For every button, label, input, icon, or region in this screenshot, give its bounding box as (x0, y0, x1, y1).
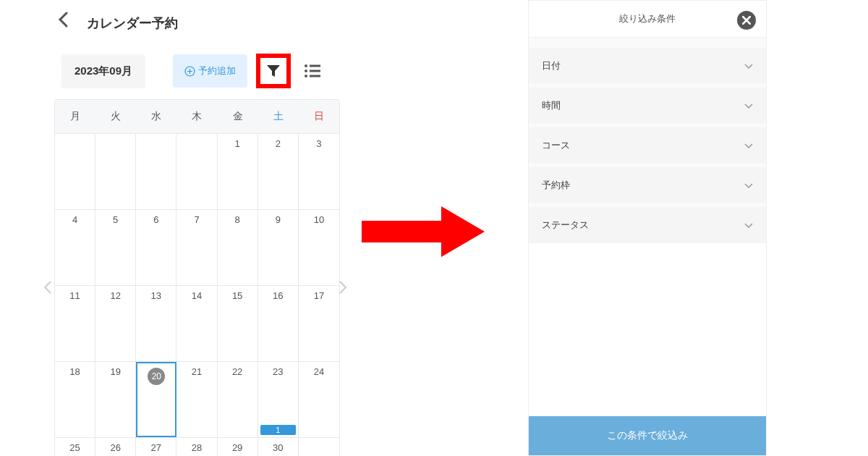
dow-label: 土 (258, 100, 299, 133)
filter-item[interactable]: 予約枠 (529, 167, 766, 204)
svg-point-5 (305, 75, 307, 77)
day-number: 3 (316, 138, 321, 149)
filter-item-label: ステータス (542, 219, 589, 232)
calendar-day-cell[interactable]: 29 (218, 438, 258, 456)
day-number: 8 (235, 214, 240, 225)
month-selector[interactable]: 2023年09月 (61, 54, 145, 88)
filter-item[interactable]: ステータス (529, 207, 766, 244)
dow-label: 水 (136, 100, 176, 133)
chevron-right-icon (339, 280, 347, 295)
calendar-day-cell[interactable]: 10 (299, 210, 339, 285)
calendar-day-cell[interactable]: 14 (176, 286, 217, 361)
day-number: 2 (276, 138, 281, 149)
chevron-down-icon (744, 220, 753, 231)
funnel-icon (266, 64, 281, 77)
calendar-day-cell (176, 134, 217, 209)
add-reservation-label: 予約追加 (198, 64, 236, 77)
calendar-day-cell[interactable]: 1 (218, 134, 258, 209)
filter-panel: 絞り込み条件 日付時間コース予約枠ステータス この条件で絞込み (528, 0, 767, 456)
svg-point-3 (305, 69, 307, 72)
calendar-day-cell[interactable]: 3 (299, 134, 339, 209)
filter-item[interactable]: 時間 (529, 88, 766, 124)
calendar-day-cell[interactable]: 20 (136, 362, 176, 437)
calendar-day-cell[interactable]: 9 (258, 210, 299, 285)
calendar-grid: 月火水木金土日 12345678910111213141516171819202… (54, 99, 340, 456)
day-number: 4 (72, 214, 77, 225)
calendar-day-cell[interactable]: 30 (258, 438, 299, 456)
filter-item-label: コース (542, 139, 570, 152)
day-number: 27 (151, 442, 161, 453)
day-number: 24 (314, 366, 324, 377)
calendar-day-cell[interactable]: 13 (136, 286, 176, 361)
calendar-day-cell[interactable]: 19 (95, 362, 136, 437)
add-reservation-button[interactable]: 予約追加 (173, 54, 247, 88)
calendar-day-cell[interactable]: 2 (258, 134, 299, 209)
calendar-day-cell[interactable]: 17 (299, 286, 339, 361)
filter-item[interactable]: コース (529, 127, 766, 164)
calendar-day-cell[interactable]: 12 (95, 286, 136, 361)
day-number: 5 (113, 214, 118, 225)
chevron-down-icon (744, 61, 753, 72)
calendar-next-button[interactable] (339, 280, 347, 297)
calendar-day-cell[interactable]: 24 (299, 362, 339, 437)
apply-filter-button[interactable]: この条件で絞込み (529, 416, 766, 455)
dow-label: 月 (55, 100, 95, 133)
chevron-left-icon (58, 12, 68, 28)
day-number: 18 (69, 366, 80, 377)
calendar-day-cell[interactable]: 22 (218, 362, 258, 437)
day-number: 26 (110, 442, 120, 453)
svg-rect-4 (310, 70, 320, 72)
day-number: 21 (192, 366, 202, 377)
dow-label: 火 (95, 100, 136, 133)
calendar-day-cell[interactable]: 15 (218, 286, 258, 361)
chevron-down-icon (744, 101, 753, 111)
day-number: 14 (192, 290, 202, 301)
day-number: 20 (148, 368, 165, 385)
calendar-day-cell[interactable]: 18 (55, 362, 95, 437)
svg-rect-6 (310, 75, 320, 77)
day-number: 1 (235, 138, 240, 149)
day-number: 22 (232, 366, 242, 377)
back-button[interactable] (58, 12, 68, 30)
filter-item-label: 日付 (542, 59, 561, 72)
filter-item-label: 予約枠 (542, 179, 570, 192)
calendar-prev-button[interactable] (43, 280, 52, 297)
close-button[interactable] (737, 11, 756, 30)
dow-label: 木 (176, 100, 217, 133)
plus-circle-icon (184, 66, 195, 77)
day-number: 25 (69, 442, 80, 453)
calendar-day-cell (55, 134, 95, 209)
calendar-day-cell[interactable]: 8 (218, 210, 258, 285)
calendar-day-cell[interactable]: 231 (258, 362, 299, 437)
day-number: 19 (110, 366, 120, 377)
day-number: 16 (273, 290, 283, 301)
filter-panel-title: 絞り込み条件 (619, 12, 676, 25)
calendar-day-cell[interactable]: 6 (136, 210, 176, 285)
chevron-down-icon (744, 180, 753, 191)
day-number: 28 (192, 442, 202, 453)
arrow-annotation (354, 195, 492, 271)
calendar-day-cell[interactable]: 27 (136, 438, 176, 456)
chevron-down-icon (744, 140, 753, 151)
calendar-day-cell[interactable]: 16 (258, 286, 299, 361)
day-number: 30 (273, 442, 283, 453)
day-number: 9 (276, 214, 281, 225)
day-number: 11 (69, 290, 80, 301)
svg-point-1 (305, 64, 307, 67)
calendar-day-cell[interactable]: 28 (176, 438, 217, 456)
calendar-day-cell[interactable]: 26 (95, 438, 136, 456)
day-number: 12 (110, 290, 120, 301)
filter-button[interactable] (256, 54, 291, 88)
chevron-left-icon (43, 280, 52, 295)
calendar-day-cell[interactable]: 21 (176, 362, 217, 437)
calendar-day-cell[interactable]: 7 (176, 210, 217, 285)
page-title: カレンダー予約 (87, 14, 178, 32)
day-number: 17 (314, 290, 324, 301)
calendar-day-cell[interactable]: 25 (55, 438, 95, 456)
filter-item[interactable]: 日付 (529, 48, 766, 85)
calendar-day-cell[interactable]: 4 (55, 210, 95, 285)
list-icon (305, 64, 320, 77)
list-view-button[interactable] (302, 60, 323, 82)
calendar-day-cell[interactable]: 11 (55, 286, 95, 361)
calendar-day-cell[interactable]: 5 (95, 210, 136, 285)
